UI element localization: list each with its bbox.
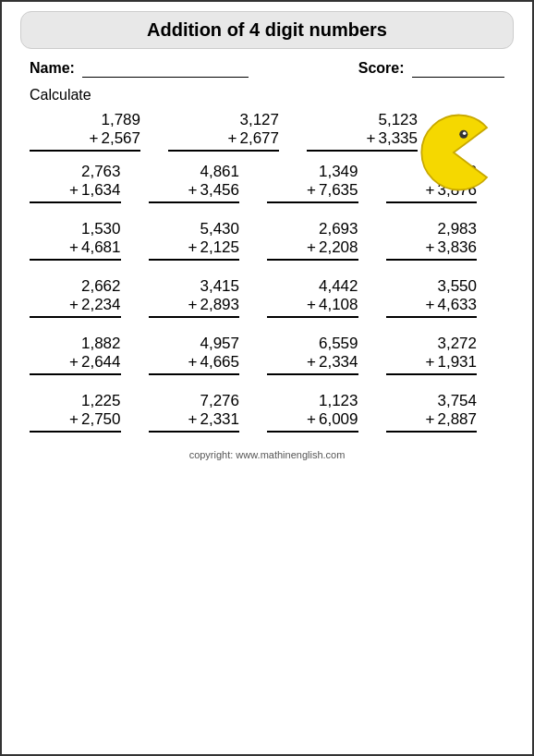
problem-4-1: 2,662 + 2,234 bbox=[30, 277, 121, 318]
problem-4-4: 3,550 + 4,633 bbox=[386, 277, 478, 318]
problem-1-1: 1,789 + 2,567 bbox=[30, 111, 140, 152]
problems-section: 1,789 + 2,567 3,127 + 2,677 5,123 + 3,33… bbox=[20, 111, 514, 433]
name-field: Name: bbox=[30, 60, 249, 78]
score-line bbox=[412, 60, 504, 78]
problem-6-2: 7,276 + 2,331 bbox=[149, 392, 240, 433]
problem-3-4: 2,983 + 3,836 bbox=[386, 220, 478, 261]
problem-row-3: 1,530 + 4,681 5,430 + 2,125 2,693 + 2,20… bbox=[20, 220, 514, 261]
svg-point-1 bbox=[463, 132, 467, 136]
problem-2-2: 4,861 + 3,456 bbox=[149, 163, 240, 203]
problem-6-4: 3,754 + 2,887 bbox=[386, 392, 478, 433]
problem-row-6: 1,225 + 2,750 7,276 + 2,331 1,123 + 6,00… bbox=[20, 392, 514, 433]
problem-4-3: 4,442 + 4,108 bbox=[267, 277, 358, 318]
name-line bbox=[82, 60, 249, 78]
problem-5-4: 3,272 + 1,931 bbox=[386, 335, 478, 375]
problem-2-1: 2,763 + 1,634 bbox=[30, 163, 121, 203]
problem-5-2: 4,957 + 4,665 bbox=[149, 335, 240, 375]
problem-6-1: 1,225 + 2,750 bbox=[30, 392, 121, 433]
problem-3-3: 2,693 + 2,208 bbox=[267, 220, 358, 261]
worksheet-page: Addition of 4 digit numbers Name: Score:… bbox=[0, 0, 534, 756]
calculate-label: Calculate bbox=[20, 87, 514, 104]
problem-row-1: 1,789 + 2,567 3,127 + 2,677 5,123 + 3,33… bbox=[20, 111, 514, 152]
score-field: Score: bbox=[358, 60, 504, 78]
problem-row-4: 2,662 + 2,234 3,415 + 2,893 4,442 + 4,10… bbox=[20, 277, 514, 318]
page-title: Addition of 4 digit numbers bbox=[147, 19, 387, 40]
problem-1-3: 5,123 + 3,335 bbox=[307, 111, 418, 152]
name-score-row: Name: Score: bbox=[20, 60, 514, 78]
problem-5-1: 1,882 + 2,644 bbox=[30, 335, 121, 375]
copyright-text: copyright: www.mathinenglish.com bbox=[20, 449, 514, 460]
title-bar: Addition of 4 digit numbers bbox=[20, 11, 514, 49]
problem-6-3: 1,123 + 6,009 bbox=[267, 392, 358, 433]
problem-3-1: 1,530 + 4,681 bbox=[30, 220, 121, 261]
problem-2-3: 1,349 + 7,635 bbox=[267, 163, 358, 203]
problem-3-2: 5,430 + 2,125 bbox=[149, 220, 240, 261]
problem-1-2: 3,127 + 2,677 bbox=[168, 111, 279, 152]
pacman-character bbox=[412, 111, 504, 194]
problem-5-3: 6,559 + 2,334 bbox=[267, 335, 358, 375]
problem-row-5: 1,882 + 2,644 4,957 + 4,665 6,559 + 2,33… bbox=[20, 335, 514, 375]
problem-4-2: 3,415 + 2,893 bbox=[149, 277, 240, 318]
